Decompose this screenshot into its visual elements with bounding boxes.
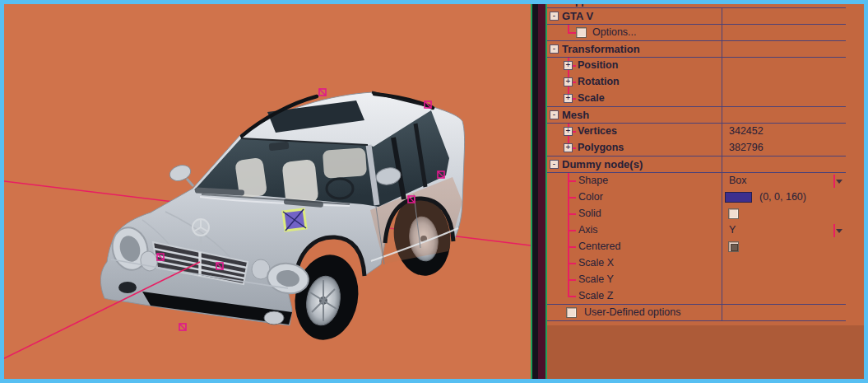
property-name-cell: Centered bbox=[547, 239, 722, 255]
property-value-cell bbox=[722, 107, 846, 123]
chevron-down-icon[interactable] bbox=[836, 229, 842, 233]
property-name-cell: Shape bbox=[547, 173, 722, 189]
property-row-gtav: -GTA V bbox=[547, 8, 846, 25]
property-label: Vertices bbox=[578, 124, 617, 139]
dropdown-separator bbox=[833, 175, 835, 188]
property-row-scale-x: Scale X bbox=[547, 255, 846, 272]
tree-line bbox=[568, 180, 576, 182]
property-row-mesh: -Mesh bbox=[547, 107, 846, 124]
property-name-cell: Color bbox=[547, 189, 722, 206]
property-row-vertices: +Vertices342452 bbox=[547, 124, 846, 140]
options-checkbox[interactable] bbox=[576, 27, 587, 38]
shape-dropdown[interactable]: Box bbox=[722, 173, 846, 189]
property-label: Centered bbox=[578, 239, 620, 255]
property-row-position: +Position bbox=[547, 58, 846, 74]
property-name-cell: -Transformation bbox=[547, 41, 722, 57]
collapse-toggle[interactable]: - bbox=[550, 110, 559, 119]
tree-line bbox=[568, 213, 576, 215]
car-render bbox=[4, 4, 531, 379]
property-value-cell[interactable]: (0, 0, 160) bbox=[722, 189, 846, 206]
expand-toggle[interactable]: + bbox=[564, 143, 573, 152]
collapse-toggle[interactable]: - bbox=[550, 12, 559, 21]
property-value-cell bbox=[722, 25, 846, 40]
property-value-cell[interactable] bbox=[722, 239, 846, 255]
property-row-color: Color(0, 0, 160) bbox=[547, 189, 846, 206]
property-label: Scale X bbox=[578, 255, 614, 271]
property-row-scale-z: Scale Z bbox=[547, 288, 846, 305]
expand-toggle[interactable]: + bbox=[564, 127, 573, 136]
property-name-cell: -Mesh bbox=[547, 107, 722, 123]
collapse-toggle[interactable]: - bbox=[550, 44, 559, 54]
property-label: Shape bbox=[578, 173, 608, 189]
collapse-toggle[interactable]: - bbox=[550, 160, 559, 169]
axis-dropdown[interactable]: Y bbox=[722, 222, 846, 239]
centered-value-checkbox[interactable] bbox=[728, 241, 739, 252]
selected-dummy-node-marker[interactable] bbox=[283, 209, 306, 231]
property-name-cell: +Polygons bbox=[547, 140, 722, 156]
property-name-cell: +Position bbox=[547, 58, 722, 74]
tree-line bbox=[568, 279, 576, 281]
property-name-cell: User-Defined options bbox=[547, 305, 722, 320]
dummy-node-marker-cross bbox=[179, 324, 186, 330]
property-value-cell bbox=[722, 305, 846, 320]
property-name-cell: Options... bbox=[547, 25, 722, 40]
splitter-track bbox=[532, 4, 538, 379]
property-name-cell: Solid bbox=[547, 206, 722, 222]
property-value-cell bbox=[722, 74, 846, 91]
tree-line bbox=[568, 230, 576, 231]
property-value-cell bbox=[722, 255, 846, 272]
property-value-cell bbox=[722, 91, 846, 106]
property-label: Rotation bbox=[578, 74, 620, 90]
section-label: GTA V bbox=[562, 8, 593, 24]
property-name-cell: +Rotation bbox=[547, 74, 722, 91]
property-value-cell bbox=[722, 41, 846, 57]
property-row-options: Options... bbox=[547, 25, 846, 41]
solid-value-checkbox[interactable] bbox=[728, 208, 739, 219]
property-value-cell: 342452 bbox=[722, 124, 846, 140]
property-value-cell bbox=[722, 8, 846, 24]
splitter-bar bbox=[538, 4, 545, 379]
property-name-cell: Scale Z bbox=[547, 288, 722, 304]
property-name-cell: -GTA V bbox=[547, 8, 722, 24]
fog-light bbox=[264, 311, 284, 325]
property-row-shape: ShapeBox bbox=[547, 173, 846, 189]
property-value-cell bbox=[722, 288, 846, 304]
property-row-dummy-nodes: -Dummy node(s) bbox=[547, 156, 846, 173]
property-value: 342452 bbox=[729, 124, 764, 139]
property-label: Position bbox=[578, 58, 618, 73]
app-window: pp -GTA VOptions...-Transformation+Posit… bbox=[0, 0, 868, 383]
property-label: Scale bbox=[578, 91, 605, 106]
section-label: Mesh bbox=[562, 107, 589, 123]
expand-toggle[interactable]: + bbox=[564, 61, 573, 70]
expand-toggle[interactable]: + bbox=[564, 94, 573, 103]
property-label: Options... bbox=[592, 25, 637, 40]
property-label: Scale Z bbox=[578, 288, 613, 304]
dropdown-value: Y bbox=[729, 222, 736, 238]
property-value-cell[interactable] bbox=[722, 206, 846, 222]
section-label: Transformation bbox=[562, 41, 640, 57]
panel-splitter[interactable] bbox=[531, 4, 547, 379]
color-value: (0, 0, 160) bbox=[759, 189, 806, 205]
3d-viewport[interactable] bbox=[4, 4, 531, 379]
properties-panel: pp -GTA VOptions...-Transformation+Posit… bbox=[547, 4, 864, 379]
property-name-cell: Scale Y bbox=[547, 272, 722, 288]
color-swatch[interactable] bbox=[725, 192, 752, 203]
tree-line bbox=[568, 263, 576, 264]
property-name-cell: Axis bbox=[547, 222, 722, 239]
tree-line bbox=[568, 197, 576, 199]
property-row-solid: Solid bbox=[547, 206, 846, 222]
property-label: User-Defined options bbox=[584, 305, 680, 320]
property-row-centered: Centered bbox=[547, 239, 846, 255]
property-value: 382796 bbox=[729, 140, 764, 156]
chevron-down-icon[interactable] bbox=[836, 180, 842, 184]
expand-toggle[interactable]: + bbox=[564, 77, 573, 86]
tree-line bbox=[568, 32, 576, 34]
dummy-node-marker-cross bbox=[319, 89, 326, 96]
user-defined-checkbox[interactable] bbox=[566, 307, 577, 318]
property-name-cell: -Dummy node(s) bbox=[547, 156, 722, 172]
dropdown-value: Box bbox=[729, 173, 747, 189]
property-row-axis: AxisY bbox=[547, 222, 846, 239]
property-name-cell: +Vertices bbox=[547, 124, 722, 140]
property-name-cell: Scale X bbox=[547, 255, 722, 272]
tree-line bbox=[568, 296, 576, 297]
